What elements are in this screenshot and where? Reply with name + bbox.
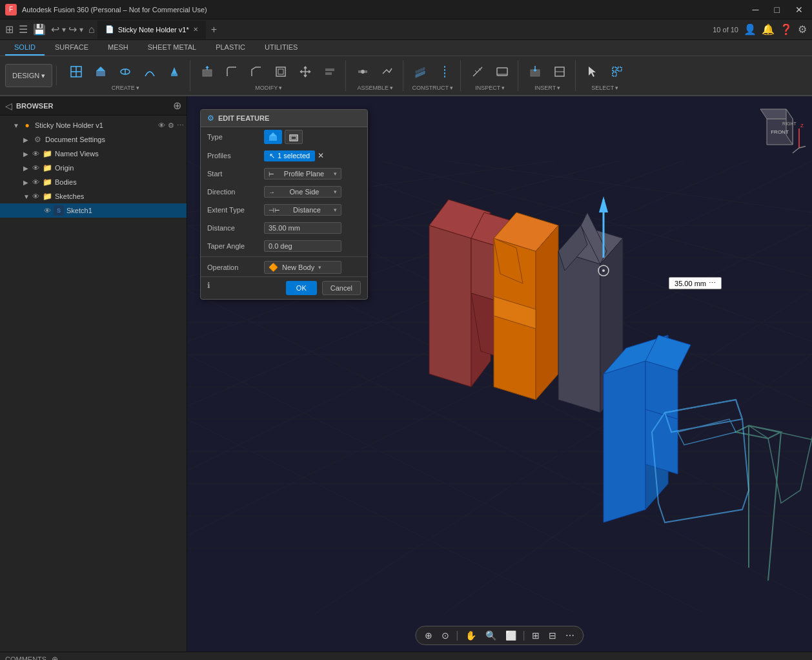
new-component-btn[interactable]: [65, 60, 88, 83]
eye-icon-root[interactable]: 👁: [158, 121, 165, 130]
select-label[interactable]: SELECT ▾: [591, 85, 618, 91]
construct-label[interactable]: CONSTRUCT ▾: [412, 85, 453, 91]
more-viewport-btn[interactable]: ⋯: [563, 629, 577, 642]
eye-icon-views[interactable]: 👁: [32, 150, 39, 158]
operation-dropdown[interactable]: 🔶 New Body ▾: [264, 261, 341, 274]
look-at-btn[interactable]: ⊙: [439, 629, 452, 642]
tab-solid[interactable]: SOLID: [5, 40, 45, 56]
redo-icon[interactable]: ↪: [68, 23, 77, 36]
tree-arrow-sketches[interactable]: ▼: [23, 193, 32, 200]
zoom-out-btn[interactable]: 🔍: [483, 629, 499, 642]
tree-arrow-views[interactable]: ▶: [23, 150, 32, 158]
home-icon[interactable]: ⌂: [88, 24, 95, 36]
tree-item-sketch1[interactable]: 👁 S Sketch1: [0, 203, 187, 218]
maximize-button[interactable]: □: [771, 3, 784, 16]
select-more-btn[interactable]: [605, 60, 629, 83]
align-btn[interactable]: [318, 60, 341, 83]
tree-arrow-bodies[interactable]: ▶: [23, 179, 32, 186]
account-icon[interactable]: 👤: [744, 23, 756, 36]
loft-btn[interactable]: [163, 60, 186, 83]
offset-plane-btn[interactable]: [409, 60, 432, 83]
design-dropdown[interactable]: DESIGN ▾: [5, 64, 52, 87]
tree-item-origin[interactable]: ▶ 👁 📁 Origin: [0, 161, 187, 175]
insert-label[interactable]: INSERT ▾: [534, 85, 560, 91]
assemble-label[interactable]: ASSEMBLE ▾: [357, 85, 393, 91]
tree-item-doc-settings[interactable]: ▶ ⚙ Document Settings: [0, 132, 187, 147]
fit-btn[interactable]: ⬜: [503, 629, 519, 642]
start-dropdown[interactable]: ⊢ Profile Plane ▾: [264, 168, 341, 180]
axis-cube[interactable]: FRONT RIGHT Z: [754, 103, 806, 154]
pan-btn[interactable]: ✋: [463, 629, 479, 642]
undo-more-icon[interactable]: ▾: [62, 25, 66, 34]
canvas-btn[interactable]: [548, 60, 571, 83]
tree-arrow-doc[interactable]: ▶: [23, 136, 32, 143]
settings-icon[interactable]: ⚙: [798, 23, 807, 36]
tab-close-icon[interactable]: ✕: [193, 26, 198, 33]
redo-more-icon[interactable]: ▾: [79, 25, 83, 34]
display-mode-btn[interactable]: ⊞: [529, 629, 542, 642]
settings-icon-root[interactable]: ⚙: [168, 121, 174, 130]
ok-button[interactable]: OK: [286, 281, 317, 295]
grid-btn[interactable]: ⊟: [546, 629, 559, 642]
drive-joints-btn[interactable]: [376, 60, 399, 83]
tab-surface[interactable]: SURFACE: [46, 40, 97, 56]
inspect-label[interactable]: INSPECT ▾: [475, 85, 505, 91]
sweep-btn[interactable]: [138, 60, 161, 83]
help-icon[interactable]: ❓: [780, 23, 793, 36]
joint-btn[interactable]: [351, 60, 374, 83]
chamfer-btn[interactable]: [245, 60, 268, 83]
distance-input[interactable]: [264, 222, 341, 234]
viewport[interactable]: 35.00 mm ⋯ FRONT RIGHT Z: [187, 96, 812, 652]
info-icon[interactable]: ℹ: [207, 281, 210, 295]
extent-type-dropdown[interactable]: ⊣⊢ Distance ▾: [264, 204, 341, 216]
notify-icon[interactable]: 🔔: [762, 23, 775, 36]
orbit-btn[interactable]: ⊕: [422, 629, 435, 642]
modify-label[interactable]: MODIFY ▾: [255, 85, 282, 91]
browser-add-icon[interactable]: ⊕: [173, 99, 181, 112]
tab-utilities[interactable]: UTILITIES: [256, 40, 307, 56]
press-pull-btn[interactable]: [196, 60, 219, 83]
close-button[interactable]: ✕: [791, 3, 807, 16]
eye-icon-sketch1[interactable]: 👁: [44, 207, 51, 214]
direction-dropdown[interactable]: → One Side ▾: [264, 186, 341, 198]
eye-icon-sketches[interactable]: 👁: [32, 192, 39, 200]
more-icon-root[interactable]: ⋯: [177, 121, 184, 130]
tree-arrow-origin[interactable]: ▶: [23, 165, 32, 172]
taper-angle-input[interactable]: [264, 240, 341, 252]
profiles-select-btn[interactable]: ↖ 1 selected: [264, 150, 315, 161]
tree-arrow-root[interactable]: ▼: [13, 122, 22, 129]
active-tab[interactable]: 📄 Sticky Note Holder v1* ✕: [97, 21, 206, 39]
add-tab-button[interactable]: +: [208, 24, 219, 36]
extrude-btn[interactable]: [89, 60, 112, 83]
tab-plastic[interactable]: PLASTIC: [207, 40, 254, 56]
shell-btn[interactable]: [269, 60, 292, 83]
measure-btn[interactable]: [466, 60, 489, 83]
select-btn[interactable]: [581, 60, 604, 83]
profile-clear-btn[interactable]: ✕: [318, 151, 324, 160]
menu-icon[interactable]: ☰: [19, 23, 28, 36]
eye-icon-origin[interactable]: 👁: [32, 164, 39, 172]
create-label[interactable]: CREATE ▾: [112, 85, 139, 91]
cancel-button[interactable]: Cancel: [322, 281, 361, 295]
type-btn-thin[interactable]: [285, 130, 303, 144]
dim-menu-icon[interactable]: ⋯: [709, 279, 716, 287]
tree-item-root[interactable]: ▼ ● Sticky Note Holder v1 👁 ⚙ ⋯: [0, 118, 187, 132]
midplane-btn[interactable]: [433, 60, 456, 83]
revolve-btn[interactable]: [114, 60, 137, 83]
new-file-icon[interactable]: ⊞: [5, 23, 14, 36]
tree-item-named-views[interactable]: ▶ 👁 📁 Named Views: [0, 147, 187, 161]
eye-icon-bodies[interactable]: 👁: [32, 178, 39, 186]
tab-mesh[interactable]: MESH: [99, 40, 137, 56]
minimize-button[interactable]: ─: [749, 3, 763, 16]
tree-item-sketches[interactable]: ▼ 👁 📁 Sketches: [0, 189, 187, 203]
tree-item-bodies[interactable]: ▶ 👁 📁 Bodies: [0, 175, 187, 189]
browser-collapse-icon[interactable]: ◁: [5, 101, 12, 111]
display-btn[interactable]: [491, 60, 514, 83]
type-btn-extrude[interactable]: [264, 130, 282, 144]
move-btn[interactable]: [294, 60, 317, 83]
undo-icon[interactable]: ↩: [51, 23, 59, 36]
comments-add-icon[interactable]: ⊕: [52, 655, 58, 661]
dimension-label[interactable]: 35.00 mm ⋯: [669, 277, 722, 289]
save-icon[interactable]: 💾: [33, 23, 46, 36]
tab-sheet-metal[interactable]: SHEET METAL: [139, 40, 205, 56]
